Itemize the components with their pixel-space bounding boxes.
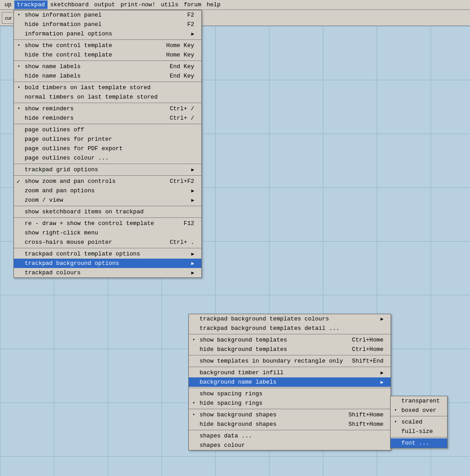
menu-show-bg-shapes[interactable]: • show background shapes Shift+Home (189, 410, 391, 420)
menubar-item-trackpad[interactable]: trackpad (14, 0, 48, 9)
menu-info-panel-options[interactable]: information panel options ▶ (14, 29, 201, 39)
menu-hide-bg-shapes[interactable]: hide background shapes Shift+Home (189, 420, 391, 429)
separator (14, 248, 201, 248)
submenu-arrow: ▶ (182, 251, 194, 257)
menubar-item-up[interactable]: up (2, 0, 14, 9)
menubar-item-output[interactable]: output (91, 0, 118, 9)
menu-boxed-over[interactable]: • boxed over (391, 406, 447, 415)
menubar-item-sketchboard[interactable]: sketchboard (48, 0, 91, 9)
menu-name-labels: transparent • boxed over • scaled full-s… (390, 396, 448, 448)
separator (391, 437, 447, 437)
menu-control-template-options[interactable]: trackpad control template options ▶ (14, 249, 201, 259)
separator (14, 164, 201, 164)
separator (189, 409, 391, 409)
menu-bg-timber-infill[interactable]: background timber infill ▶ (189, 368, 391, 377)
separator (14, 217, 201, 218)
menu-hide-reminders[interactable]: hide reminders Ctrl+ / (14, 113, 201, 123)
menu-hide-control-template[interactable]: hide the control template Home Key (14, 50, 201, 60)
menu-shapes-colour[interactable]: shapes colour (189, 441, 391, 450)
bullet-icon: • (17, 43, 20, 48)
separator (14, 175, 201, 176)
menubar-item-help[interactable]: help (204, 0, 223, 9)
bullet-icon: • (17, 64, 20, 69)
cursor-button[interactable]: cur (2, 12, 15, 24)
menu-zoom-pan-options[interactable]: zoom and pan options ▶ (14, 186, 201, 195)
check-icon: ✓ (17, 178, 20, 185)
submenu-arrow: ▶ (182, 260, 194, 266)
bullet-icon: • (394, 408, 397, 413)
submenu-arrow: ▶ (182, 270, 194, 276)
menu-show-spacing-rings[interactable]: show spacing rings (189, 389, 391, 398)
menu-bg-templates-detail[interactable]: trackpad background templates detail ... (189, 324, 391, 333)
menu-show-bg-templates[interactable]: • show background templates Ctrl+Home (189, 335, 391, 345)
menu-trackpad-grid-options[interactable]: trackpad grid options ▶ (14, 165, 201, 174)
menu-page-outlines-colour[interactable]: page outlines colour ... (14, 153, 201, 163)
menu-normal-timbers[interactable]: normal timbers on last template stored (14, 92, 201, 102)
bullet-icon: • (394, 420, 397, 424)
bullet-icon: • (17, 106, 20, 111)
menu-full-size[interactable]: full-size (391, 427, 447, 436)
bullet-icon: • (17, 13, 20, 17)
bullet-icon: • (17, 85, 20, 90)
menu-page-outlines-off[interactable]: page outlines off (14, 125, 201, 134)
menubar: up trackpad sketchboard output print-now… (0, 0, 470, 10)
menu-show-info-panel[interactable]: • show information panel F2 (14, 10, 201, 20)
menu-bold-timbers[interactable]: • bold timbers on last template stored (14, 83, 201, 92)
separator (189, 367, 391, 367)
submenu-arrow: ▶ (182, 197, 194, 203)
menu-bg-templates-colours[interactable]: trackpad background templates colours ▶ (189, 314, 391, 324)
menubar-item-utils[interactable]: utils (158, 0, 181, 9)
separator (14, 103, 201, 103)
menu-show-name-labels[interactable]: • show name labels End Key (14, 62, 201, 71)
separator (14, 61, 201, 61)
bullet-icon: • (192, 412, 195, 417)
menu-bg-options: trackpad background templates colours ▶ … (188, 314, 391, 450)
menu-hide-bg-templates[interactable]: hide background templates Ctrl+Home (189, 345, 391, 354)
menu-hide-spacing-rings[interactable]: • hide spacing rings (189, 398, 391, 408)
menu-zoom-view[interactable]: zoom / view ▶ (14, 195, 201, 205)
menubar-item-forum[interactable]: forum (181, 0, 204, 9)
separator (14, 206, 201, 206)
menu-show-templates-boundary[interactable]: show templates in boundary rectangle onl… (189, 356, 391, 366)
menu-show-reminders[interactable]: • show reminders Ctrl+ / (14, 104, 201, 113)
bullet-icon: • (192, 401, 195, 406)
submenu-arrow: ▶ (182, 167, 194, 173)
menu-show-sketchboard-items[interactable]: show sketchboard items on trackpad (14, 207, 201, 216)
menu-hide-info-panel[interactable]: hide information panel F2 (14, 20, 201, 29)
menu-crosshairs[interactable]: cross-hairs mouse pointer Ctrl+ . (14, 238, 201, 247)
separator (14, 39, 201, 40)
submenu-arrow: ▶ (182, 188, 194, 194)
submenu-arrow: ▶ (371, 370, 383, 376)
separator (189, 355, 391, 355)
menu-show-right-click[interactable]: show right-click menu (14, 228, 201, 238)
menu-show-zoom-pan[interactable]: ✓ show zoom and pan controls Ctrl+F2 (14, 177, 201, 186)
menu-show-control-template[interactable]: • show the control template Home Key (14, 41, 201, 50)
separator (189, 334, 391, 334)
submenu-arrow: ▶ (371, 379, 383, 385)
bullet-icon: • (192, 338, 195, 342)
separator (14, 124, 201, 124)
separator (189, 430, 391, 430)
menu-font[interactable]: font ... (391, 438, 447, 448)
separator (14, 82, 201, 82)
menu-trackpad-colours[interactable]: trackpad colours ▶ (14, 268, 201, 277)
menu-transparent[interactable]: transparent (391, 396, 447, 406)
menu-trackpad: • show information panel F2 hide informa… (13, 10, 202, 278)
menubar-item-printnow[interactable]: print-now! (118, 0, 158, 9)
submenu-arrow: ▶ (182, 31, 194, 37)
menu-redraw-control-template[interactable]: re - draw + show the control template F1… (14, 219, 201, 228)
menu-page-outlines-printer[interactable]: page outlines for printer (14, 134, 201, 144)
menu-bg-name-labels[interactable]: background name labels ▶ (189, 377, 391, 387)
menu-page-outlines-pdf[interactable]: page outlines for PDF export (14, 144, 201, 153)
menu-scaled[interactable]: • scaled (391, 417, 447, 427)
menu-hide-name-labels[interactable]: hide name labels End Key (14, 71, 201, 81)
separator (391, 416, 447, 416)
menu-shapes-data[interactable]: shapes data ... (189, 431, 391, 441)
separator (189, 388, 391, 388)
menu-background-options[interactable]: trackpad background options ▶ (14, 259, 201, 268)
submenu-arrow: ▶ (371, 316, 383, 322)
